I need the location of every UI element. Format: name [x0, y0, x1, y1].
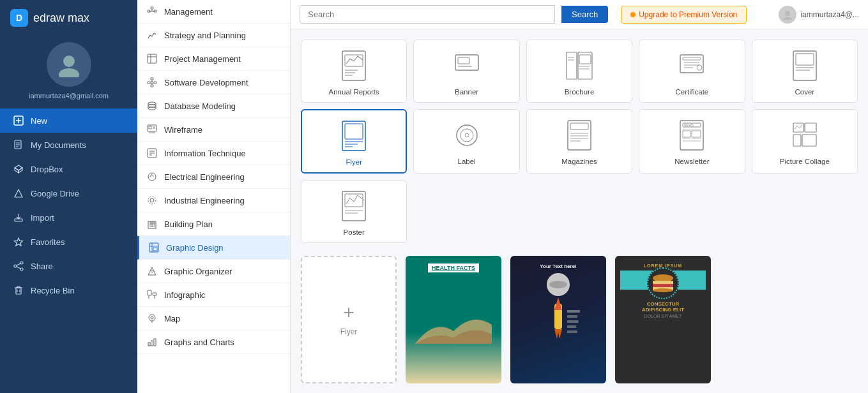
graphic-organizer-label: Graphic Organizer	[164, 267, 232, 276]
middle-item-wireframe[interactable]: Wireframe	[137, 118, 290, 142]
svg-rect-132	[342, 191, 365, 221]
middle-item-graphic-design[interactable]: Graphic Design	[137, 236, 290, 260]
dolor-label: DOLOR SIT AMET	[644, 314, 682, 318]
svg-rect-33	[151, 78, 153, 80]
sidebar-nav: New My Documents DropBox	[0, 108, 137, 302]
newsletter-label: Newsletter	[674, 158, 709, 165]
svg-point-150	[653, 288, 673, 292]
svg-point-16	[20, 262, 23, 264]
svg-point-1	[59, 68, 79, 77]
template-card-cover[interactable]: Cover	[752, 40, 858, 103]
annual-reports-icon	[338, 48, 370, 83]
svg-rect-90	[579, 55, 591, 64]
middle-item-database[interactable]: Database Modeling	[137, 94, 290, 118]
middle-item-graphs-charts[interactable]: Graphs and Charts	[137, 330, 290, 354]
sidebar-item-google-drive[interactable]: Google Drive	[0, 181, 137, 205]
svg-marker-10	[19, 168, 22, 173]
middle-item-info-tech[interactable]: Information Technique	[137, 142, 290, 165]
middle-item-management[interactable]: Management	[137, 0, 290, 24]
middle-item-strategy[interactable]: Strategy and Planning	[137, 24, 290, 47]
middle-item-software-dev[interactable]: Software Development	[137, 71, 290, 94]
sidebar-item-dropbox[interactable]: DropBox	[0, 157, 137, 181]
annual-reports-label: Annual Reports	[329, 88, 379, 96]
middle-item-project-mgmt[interactable]: Project Management	[137, 47, 290, 71]
svg-rect-129	[805, 123, 816, 132]
upgrade-label: Upgrade to Premium Version	[639, 10, 737, 19]
template-card-annual-reports[interactable]: Annual Reports	[301, 40, 407, 103]
svg-rect-144	[567, 325, 576, 328]
industrial-icon	[146, 195, 158, 206]
burger-preview: LOREM IPSUM	[615, 256, 711, 383]
sidebar-item-share[interactable]: Share	[0, 254, 137, 278]
sidebar-item-recycle-bin[interactable]: Recycle Bin	[0, 278, 137, 302]
svg-rect-101	[793, 51, 816, 80]
avatar	[47, 42, 91, 87]
svg-point-79	[782, 17, 793, 20]
flyer-preview-space[interactable]: Your Text here!	[510, 256, 606, 383]
middle-item-map[interactable]: Map	[137, 307, 290, 330]
electrical-icon	[146, 171, 158, 182]
svg-rect-96	[683, 57, 701, 60]
template-card-picture-collage[interactable]: Picture Collage	[752, 109, 858, 174]
svg-point-18	[20, 268, 23, 271]
svg-marker-139	[554, 297, 562, 310]
svg-point-112	[465, 133, 469, 137]
middle-item-building[interactable]: Building Plan	[137, 212, 290, 236]
template-card-magazines[interactable]: Magazines	[526, 109, 632, 174]
strategy-label: Strategy and Planning	[164, 31, 246, 40]
svg-rect-58	[150, 224, 152, 226]
recycle-bin-icon	[13, 285, 24, 296]
flyer-plus-icon: +	[343, 303, 354, 322]
dropbox-icon	[13, 163, 24, 175]
sidebar-item-import[interactable]: Import	[0, 205, 137, 230]
svg-rect-102	[796, 54, 814, 65]
sidebar-item-my-documents[interactable]: My Documents	[0, 133, 137, 157]
svg-point-110	[457, 125, 477, 145]
upgrade-button[interactable]: Upgrade to Premium Version	[621, 6, 747, 24]
middle-item-infographic[interactable]: Infographic	[137, 283, 290, 307]
svg-rect-113	[568, 121, 591, 150]
picture-collage-icon	[789, 117, 821, 152]
sidebar-item-favorites[interactable]: Favorites	[0, 230, 137, 254]
template-card-certificate[interactable]: Certificate	[639, 40, 745, 103]
svg-line-20	[17, 267, 20, 269]
sidebar-dropbox-label: DropBox	[31, 165, 63, 174]
search-button[interactable]: Search	[561, 6, 608, 23]
industrial-label: Industrial Engineering	[164, 196, 245, 205]
flyer-preview-health[interactable]: HEALTH FACTS	[406, 256, 501, 383]
middle-item-graphic-organizer[interactable]: Graphic Organizer	[137, 260, 290, 283]
logo-icon: D	[10, 9, 28, 27]
template-grid: Annual Reports Banner	[301, 40, 858, 243]
middle-panel: Management Strategy and Planning Project…	[137, 0, 291, 393]
middle-item-industrial[interactable]: Industrial Engineering	[137, 189, 290, 212]
picture-collage-label: Picture Collage	[780, 158, 830, 165]
svg-rect-147	[653, 281, 673, 284]
my-documents-icon	[13, 139, 24, 151]
template-card-brochure[interactable]: Brochure	[526, 40, 632, 103]
infographic-icon	[146, 289, 158, 300]
template-card-poster[interactable]: Poster	[301, 180, 407, 243]
sidebar-item-new[interactable]: New	[0, 108, 137, 133]
electrical-label: Electrical Engineering	[164, 172, 245, 182]
graphic-organizer-icon	[146, 265, 158, 277]
sidebar-favorites-label: Favorites	[31, 237, 65, 247]
svg-point-0	[63, 56, 75, 67]
banner-label: Banner	[455, 88, 478, 96]
middle-item-electrical[interactable]: Electrical Engineering	[137, 165, 290, 189]
adipiscing-label: ADIPISCING ELIT	[642, 307, 684, 313]
template-card-label[interactable]: Label	[413, 109, 519, 174]
svg-point-111	[461, 129, 473, 142]
svg-point-44	[148, 105, 156, 107]
magazines-icon	[563, 117, 595, 152]
management-label: Management	[164, 7, 213, 17]
flyer-new-card[interactable]: + Flyer	[301, 256, 397, 383]
template-card-newsletter[interactable]: NEWS Newsletter	[639, 109, 745, 174]
svg-point-17	[14, 265, 17, 267]
search-input[interactable]	[300, 5, 555, 24]
flyer-preview-burger[interactable]: LOREM IPSUM	[615, 256, 711, 383]
svg-marker-11	[15, 168, 19, 173]
svg-marker-66	[148, 267, 156, 275]
template-card-banner[interactable]: Banner	[413, 40, 519, 103]
software-dev-icon	[146, 77, 158, 88]
template-card-flyer[interactable]: Flyer	[301, 109, 407, 174]
